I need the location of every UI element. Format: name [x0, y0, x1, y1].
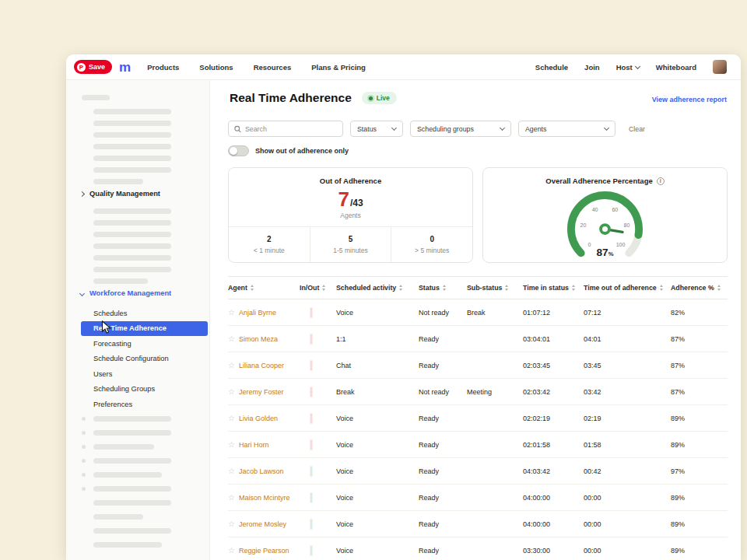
nav-item-schedule[interactable]: Schedule — [535, 63, 568, 72]
table-row[interactable]: ☆ Anjali Byrne Voice Not ready Break 01:… — [228, 299, 728, 326]
sidebar-subitem[interactable]: Schedule Configuration — [81, 352, 208, 367]
star-icon[interactable]: ☆ — [228, 441, 235, 449]
sort-icon[interactable] — [505, 285, 508, 291]
column-header[interactable]: Sub-status — [467, 284, 523, 292]
sub-status-cell: Break — [467, 309, 523, 317]
nav-item-join[interactable]: Join — [584, 63, 600, 72]
clear-filters-link[interactable]: Clear — [629, 125, 645, 133]
sidebar-subitem[interactable]: Real Time Adherence — [81, 321, 208, 337]
search-box[interactable] — [228, 121, 343, 137]
table-row[interactable]: ☆ Livia Golden Voice Ready 02:02:19 02:1… — [228, 405, 728, 432]
status-cell: Not ready — [419, 388, 467, 396]
table-row[interactable]: ☆ Jerome Mosley Voice Ready 04:00:00 00:… — [228, 511, 728, 537]
table-row[interactable]: ☆ Jeremy Foster Break Not ready Meeting … — [228, 379, 728, 405]
info-icon[interactable] — [657, 177, 665, 185]
table-row[interactable]: ☆ Reggie Pearson Voice Ready 03:30:00 00… — [228, 537, 728, 560]
star-icon[interactable]: ☆ — [228, 520, 235, 528]
agent-link[interactable]: Livia Golden — [239, 415, 278, 422]
star-icon[interactable]: ☆ — [228, 335, 235, 343]
star-icon[interactable]: ☆ — [228, 467, 235, 475]
column-header[interactable]: Adherence % — [671, 284, 728, 292]
star-icon[interactable]: ☆ — [228, 547, 235, 555]
workforce-management-label: Workforce Management — [89, 289, 171, 297]
out-of-adherence-toggle[interactable] — [228, 145, 249, 156]
status-dropdown[interactable]: Status — [350, 121, 403, 137]
sort-icon[interactable] — [717, 285, 721, 291]
view-adherence-report-link[interactable]: View adherence report — [652, 96, 727, 103]
sidebar-subitem-label: Schedule Configuration — [93, 355, 169, 362]
nav-item[interactable]: Solutions — [199, 63, 233, 72]
sidebar-subitem[interactable]: Schedules — [81, 306, 208, 321]
sort-icon[interactable] — [660, 285, 663, 291]
agent-link[interactable]: Hari Horn — [239, 441, 269, 449]
agent-link[interactable]: Anjali Byrne — [239, 309, 276, 317]
nav-item[interactable]: Plans & Pricing — [311, 63, 366, 72]
user-avatar[interactable] — [713, 60, 727, 74]
star-icon[interactable]: ☆ — [228, 309, 235, 317]
table-row[interactable]: ☆ Liliana Cooper Chat Ready 02:03:45 03:… — [228, 352, 728, 379]
agent-link[interactable]: Maison Mcintyre — [239, 494, 290, 502]
adherence-table: Agent In/Out Scheduled activity — [228, 276, 728, 560]
gauge-value-text: 87% — [597, 247, 614, 258]
sidebar-subitem[interactable]: Forecasting — [81, 336, 208, 352]
sidebar-subitem[interactable]: Preferences — [81, 397, 208, 412]
column-header[interactable]: Agent — [228, 284, 300, 292]
star-icon[interactable]: ☆ — [228, 494, 235, 502]
chevron-down-icon — [635, 63, 640, 68]
sort-icon[interactable] — [322, 285, 325, 291]
scheduling-groups-dropdown[interactable]: Scheduling groups — [410, 121, 511, 137]
scheduled-activity-cell: Voice — [336, 441, 419, 449]
sidebar-subitem[interactable]: Scheduling Groups — [81, 382, 208, 397]
agent-link[interactable]: Jerome Mosley — [239, 520, 286, 528]
column-header[interactable]: Time out of adherence — [584, 284, 671, 292]
column-header[interactable]: In/Out — [300, 284, 336, 292]
scheduled-activity-cell: Voice — [336, 494, 419, 502]
agent-link[interactable]: Reggie Pearson — [239, 547, 289, 555]
nav-item[interactable]: Products — [147, 63, 179, 72]
pinterest-save-button[interactable]: P Save — [74, 60, 112, 74]
agent-link[interactable]: Jeremy Foster — [239, 388, 284, 396]
adherence-bucket: 0 > 5 minutes — [391, 227, 472, 262]
agent-link[interactable]: Liliana Cooper — [239, 362, 284, 369]
agent-link[interactable]: Simon Meza — [239, 335, 278, 343]
table-row[interactable]: ☆ Hari Horn Voice Ready 02:01:58 01:58 8… — [228, 432, 728, 458]
status-cell: Ready — [419, 335, 467, 343]
table-row[interactable]: ☆ Simon Meza 1:1 Ready 03:04:01 04:01 87… — [228, 326, 728, 352]
chevron-down-icon — [391, 125, 397, 131]
column-header[interactable]: Time in status — [523, 284, 584, 292]
nav-item[interactable]: Resources — [254, 63, 292, 72]
sort-icon[interactable] — [399, 285, 402, 291]
star-icon[interactable]: ☆ — [228, 362, 235, 369]
agents-dropdown[interactable]: Agents — [518, 121, 615, 137]
time-in-status-cell: 04:00:00 — [523, 494, 584, 502]
sidebar-item-workforce-management[interactable]: Workforce Management — [80, 289, 171, 297]
column-header[interactable]: Scheduled activity — [336, 284, 419, 292]
table-row[interactable]: ☆ Maison Mcintyre Voice Ready 04:00:00 0… — [228, 485, 728, 511]
time-out-of-adherence-cell: 07:12 — [584, 309, 671, 317]
sort-icon[interactable] — [251, 285, 254, 291]
search-input[interactable] — [245, 125, 337, 133]
brand-logo[interactable]: m — [119, 61, 130, 74]
time-in-status-cell: 02:03:45 — [523, 362, 584, 369]
time-out-of-adherence-cell: 03:42 — [584, 388, 671, 396]
column-header[interactable]: Status — [419, 284, 467, 292]
sort-icon[interactable] — [443, 285, 446, 291]
sidebar-subitem[interactable]: Users — [81, 366, 208, 382]
nav-item-whiteboard[interactable]: Whiteboard — [656, 63, 696, 72]
sidebar-subitem-label: Preferences — [93, 401, 132, 408]
agent-link[interactable]: Jacob Lawson — [239, 467, 284, 475]
toggle-label: Show out of adherence only — [255, 147, 349, 155]
search-icon — [234, 125, 241, 133]
table-row[interactable]: ☆ Jacob Lawson Voice Ready 04:03:42 00:4… — [228, 458, 728, 485]
gauge-tick-100: 100 — [616, 242, 626, 248]
sort-icon[interactable] — [572, 285, 575, 291]
star-icon[interactable]: ☆ — [228, 415, 235, 422]
gauge-tick-0: 0 — [587, 242, 591, 248]
nav-item-host[interactable]: Host — [616, 63, 640, 72]
sidebar-item-quality-management[interactable]: Quality Management — [80, 190, 160, 198]
skeleton-bar — [93, 132, 171, 138]
skeleton-bar — [93, 472, 162, 478]
page-title: Real Time Adherence — [230, 91, 352, 105]
workforce-management-submenu: Schedules Real Time Adherence Forecastin… — [81, 306, 208, 412]
star-icon[interactable]: ☆ — [228, 388, 235, 396]
